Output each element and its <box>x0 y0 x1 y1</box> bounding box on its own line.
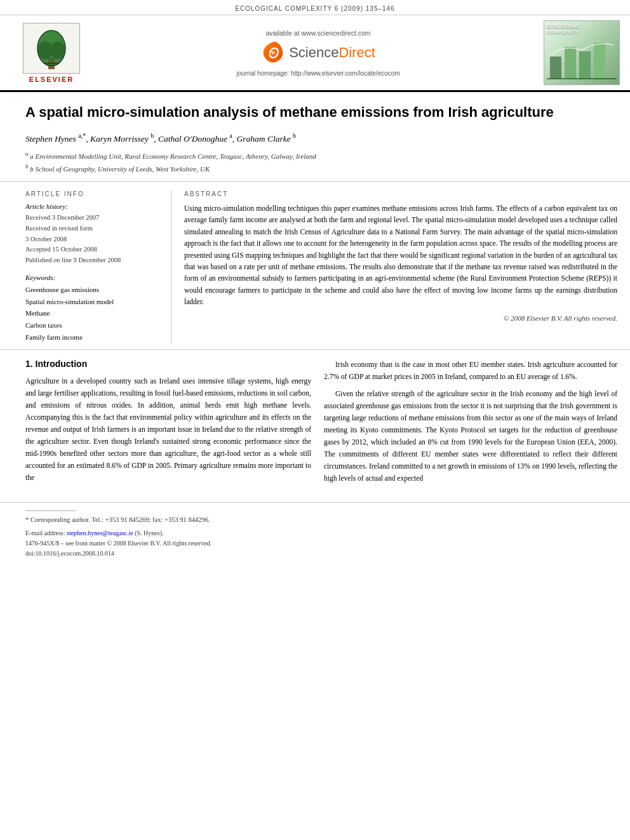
eco-complexity-logo: ECOLOGICALCOMPLEXITY <box>544 20 620 85</box>
history-revised-label: Received in revised form <box>25 223 161 234</box>
sciencedirect-text: ScienceDirect <box>289 44 375 61</box>
page-wrapper: ECOLOGICAL COMPLEXITY 6 (2009) 135–146 <box>0 0 630 840</box>
eco-chart-svg <box>547 37 617 82</box>
keywords-section: Keywords: Greenhouse gas emissions Spati… <box>25 274 161 343</box>
sciencedirect-icon <box>261 41 285 65</box>
keyword-2: Spatial micro-simulation model <box>25 296 161 308</box>
keyword-5: Family farm income <box>25 331 161 343</box>
affiliation-b: b b School of Geography, University of L… <box>25 162 605 175</box>
author-graham: Graham Clarke <box>237 133 291 143</box>
history-published: Published on line 9 December 2008 <box>25 255 161 266</box>
svg-point-4 <box>50 41 65 59</box>
keyword-1: Greenhouse gas emissions <box>25 284 161 296</box>
footnote-area: * Corresponding author. Tel.: +353 91 84… <box>0 502 630 565</box>
sciencedirect-logo: ScienceDirect <box>261 41 375 65</box>
elsevier-tree-svg <box>26 26 77 70</box>
svg-rect-9 <box>565 47 576 79</box>
center-banner: available at www.sciencedirect.com S <box>99 20 537 85</box>
history-received1: Received 3 December 2007 <box>25 213 161 223</box>
doi-line: doi:10.1016/j.ecocom.2008.10.014 <box>25 549 605 559</box>
email-label: E-mail address: <box>25 530 65 537</box>
svg-rect-10 <box>579 51 591 79</box>
star-note: * Corresponding author. Tel.: +353 91 84… <box>25 515 605 526</box>
two-col-section: ARTICLE INFO Article history: Received 3… <box>0 182 630 350</box>
intro-paragraph-2: Irish economy than is the case in most o… <box>324 359 617 484</box>
journal-header: ECOLOGICAL COMPLEXITY 6 (2009) 135–146 <box>0 0 630 15</box>
author-cathal-sup: a <box>229 132 232 139</box>
intro-title: 1. Introduction <box>25 359 311 369</box>
keywords-title: Keywords: <box>25 274 161 281</box>
article-info-col: ARTICLE INFO Article history: Received 3… <box>25 190 171 343</box>
author-stephen-sup: a,* <box>78 132 86 139</box>
elsevier-brand-text: ELSEVIER <box>29 76 74 83</box>
affiliation-a: a a Environmental Modelling Unit, Rural … <box>25 149 605 162</box>
eco-logo-title: ECOLOGICALCOMPLEXITY <box>547 23 580 35</box>
svg-point-7 <box>271 51 275 55</box>
affiliation-a-text: a Environmental Modelling Unit, Rural Ec… <box>30 152 316 159</box>
svg-rect-8 <box>550 57 561 79</box>
keyword-3: Methane <box>25 307 161 319</box>
author-stephen: Stephen Hynes <box>25 133 76 143</box>
keyword-4: Carbon taxes <box>25 319 161 331</box>
authors-line: Stephen Hynes a,*, Karyn Morrissey b, Ca… <box>25 131 605 145</box>
journal-homepage-text: journal homepage: http://www.elsevier.co… <box>236 70 399 77</box>
intro-number: 1. <box>25 359 33 369</box>
intro-p2: Irish economy than is the case in most o… <box>324 359 617 383</box>
aff-a-sup: a <box>25 150 29 157</box>
article-title-section: A spatial micro-simulation analysis of m… <box>0 92 630 182</box>
aff-b-sup: b <box>25 163 29 170</box>
abstract-col: ABSTRACT Using micro-simulation modellin… <box>184 190 617 343</box>
abstract-label: ABSTRACT <box>184 190 617 197</box>
intro-p3: Given the relative strength of the agric… <box>324 388 617 484</box>
history-revised-date: 3 October 2008 <box>25 234 161 245</box>
journal-name: ECOLOGICAL COMPLEXITY 6 (2009) 135–146 <box>235 5 394 12</box>
affiliations: a a Environmental Modelling Unit, Rural … <box>25 149 605 175</box>
author-karyn-sup: b <box>151 132 154 139</box>
elsevier-tree-image <box>23 23 80 74</box>
email-suffix: (S. Hynes). <box>135 530 163 537</box>
copyright-line: © 2008 Elsevier B.V. All rights reserved… <box>184 314 617 322</box>
footnote-divider <box>25 510 76 511</box>
body-right-col: Irish economy than is the case in most o… <box>324 359 617 490</box>
history-title: Article history: <box>25 203 161 210</box>
eco-logo-inner: ECOLOGICALCOMPLEXITY <box>544 21 619 84</box>
article-info-label: ARTICLE INFO <box>25 190 161 197</box>
abstract-text: Using micro-simulation modelling techniq… <box>184 203 617 308</box>
intro-paragraph-1: Agriculture in a developed country such … <box>25 375 311 484</box>
email-link[interactable]: stephen.hynes@teagasc.ie <box>67 530 133 537</box>
intro-p1: Agriculture in a developed country such … <box>25 375 311 484</box>
issn-line: 1476-945X/$ – see front matter © 2008 El… <box>25 538 605 549</box>
history-accepted: Accepted 15 October 2008 <box>25 244 161 255</box>
svg-rect-11 <box>594 43 605 79</box>
svg-rect-6 <box>44 63 59 64</box>
available-at-text: available at www.sciencedirect.com <box>265 29 370 37</box>
author-graham-sup: b <box>293 132 296 139</box>
email-footnote: E-mail address: stephen.hynes@teagasc.ie… <box>25 528 605 538</box>
author-cathal: Cathal O'Donoghue <box>158 133 227 143</box>
body-section: 1. Introduction Agriculture in a develop… <box>0 350 630 496</box>
body-left-col: 1. Introduction Agriculture in a develop… <box>25 359 311 490</box>
author-karyn: Karyn Morrissey <box>90 133 149 143</box>
intro-heading: Introduction <box>36 359 88 369</box>
article-main-title: A spatial micro-simulation analysis of m… <box>25 103 605 122</box>
top-banner: ELSEVIER available at www.sciencedirect.… <box>0 15 630 92</box>
article-history: Article history: Received 3 December 200… <box>25 203 161 266</box>
elsevier-logo: ELSEVIER <box>10 20 93 85</box>
affiliation-b-text: b School of Geography, University of Lee… <box>30 164 210 172</box>
star-note-text: * Corresponding author. Tel.: +353 91 84… <box>25 516 210 523</box>
